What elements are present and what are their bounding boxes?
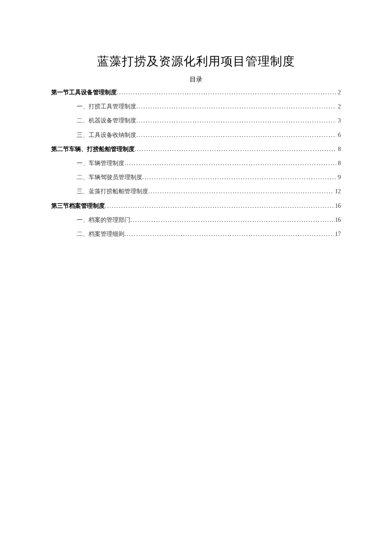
toc-sub-row[interactable]: 一、打捞工具管理制度2	[51, 101, 341, 112]
toc-entry-text: 一、档案的管理部门	[77, 215, 130, 225]
toc-page-number: 8	[336, 158, 341, 169]
toc-leader-dots	[124, 158, 336, 169]
toc-leader-dots	[148, 186, 333, 197]
toc-page-number: 16	[333, 200, 341, 211]
toc-entry-text: 三、蓝藻打捞船舶管理制度	[77, 186, 148, 197]
toc-leader-dots	[142, 172, 336, 183]
toc-sub-row[interactable]: 三、工具设备收纳制度6	[51, 130, 341, 140]
toc-sub-row[interactable]: 二、车辆驾驶员管理制度9	[51, 172, 341, 183]
toc-leader-dots	[117, 87, 336, 98]
toc-sub-row[interactable]: 二、机器设备管理制度3	[51, 115, 341, 126]
toc-entry-text: 第二节车辆、打捞船舶管理制度	[51, 144, 135, 154]
toc-leader-dots	[136, 115, 336, 126]
toc-page-number: 2	[336, 101, 341, 112]
table-of-contents: 第一节工具设备管理制度2一、打捞工具管理制度2二、机器设备管理制度3三、工具设备…	[51, 87, 341, 239]
toc-page-number: 6	[336, 130, 341, 140]
toc-entry-text: 二、档案管理细则	[77, 229, 124, 239]
toc-page-number: 9	[336, 172, 341, 183]
toc-entry-text: 第三节档案管理制度	[51, 200, 105, 211]
toc-page-number: 16	[333, 215, 341, 225]
toc-entry-text: 三、工具设备收纳制度	[77, 130, 136, 140]
toc-section-row[interactable]: 第一节工具设备管理制度2	[51, 87, 341, 98]
toc-leader-dots	[124, 229, 333, 239]
toc-page-number: 3	[336, 115, 341, 126]
toc-page-number: 2	[336, 87, 341, 98]
toc-leader-dots	[105, 200, 333, 211]
toc-entry-text: 一、打捞工具管理制度	[77, 101, 136, 112]
toc-sub-row[interactable]: 二、档案管理细则17	[51, 229, 341, 239]
toc-page-number: 8	[336, 144, 341, 154]
toc-page-number: 17	[333, 229, 341, 239]
toc-label: 目录	[51, 76, 341, 84]
toc-leader-dots	[136, 101, 336, 112]
toc-page-number: 12	[333, 186, 341, 197]
toc-sub-row[interactable]: 三、蓝藻打捞船舶管理制度12	[51, 186, 341, 197]
toc-section-row[interactable]: 第二节车辆、打捞船舶管理制度8	[51, 144, 341, 154]
toc-sub-row[interactable]: 一、档案的管理部门16	[51, 215, 341, 225]
toc-sub-row[interactable]: 一、车辆管理制度8	[51, 158, 341, 169]
toc-section-row[interactable]: 第三节档案管理制度16	[51, 200, 341, 211]
toc-leader-dots	[135, 144, 336, 154]
document-page: 蓝藻打捞及资源化利用项目管理制度 目录 第一节工具设备管理制度2一、打捞工具管理…	[0, 0, 392, 239]
toc-entry-text: 二、机器设备管理制度	[77, 115, 136, 126]
toc-entry-text: 第一节工具设备管理制度	[51, 87, 117, 98]
document-title: 蓝藻打捞及资源化利用项目管理制度	[51, 53, 341, 70]
toc-entry-text: 一、车辆管理制度	[77, 158, 124, 169]
toc-entry-text: 二、车辆驾驶员管理制度	[77, 172, 142, 183]
toc-leader-dots	[136, 130, 336, 140]
toc-leader-dots	[130, 215, 333, 225]
